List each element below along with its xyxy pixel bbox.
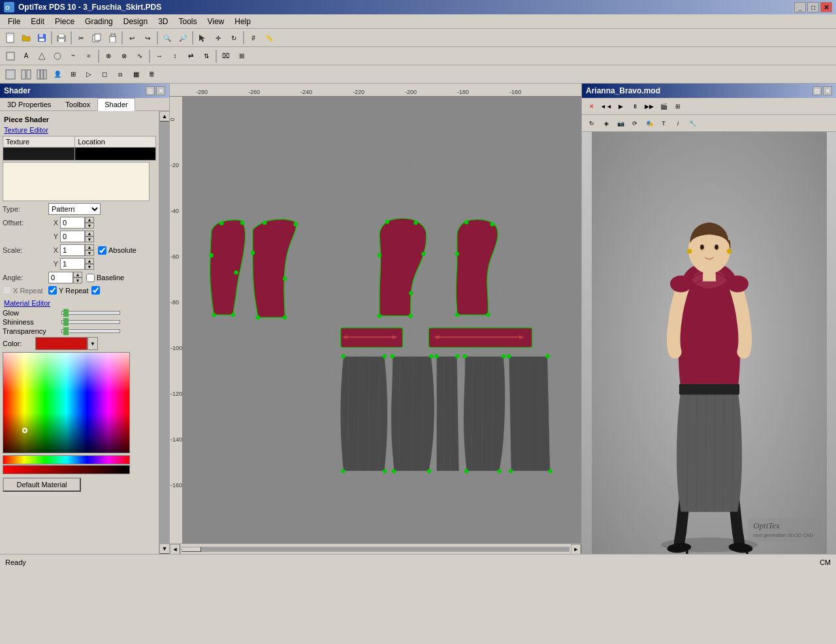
vscroll-down[interactable]: ▼ <box>159 543 169 554</box>
tab-3d-properties[interactable]: 3D Properties <box>0 98 58 110</box>
t2-btn14[interactable]: ⌧ <box>219 49 233 63</box>
menu-file[interactable]: File <box>3 16 25 27</box>
model-anim-btn[interactable]: 🎭 <box>643 117 656 130</box>
t3-btn1[interactable] <box>3 67 18 82</box>
hscroll-track[interactable] <box>182 547 570 552</box>
t3-btn8[interactable]: ⧈ <box>113 67 127 82</box>
model-rot-btn[interactable]: ↻ <box>585 117 598 130</box>
grid-btn[interactable]: # <box>246 31 261 45</box>
model-tools-btn[interactable]: 🔧 <box>686 117 699 130</box>
scale-x-up[interactable]: ▲ <box>85 244 94 250</box>
measure-btn[interactable]: 📏 <box>262 31 276 45</box>
t2-btn10[interactable]: ↔ <box>152 49 167 63</box>
t2-btn6[interactable]: ≈ <box>82 49 96 63</box>
y-repeat-extra-checkbox[interactable] <box>91 286 100 295</box>
black-strip[interactable] <box>3 465 130 474</box>
save-btn[interactable] <box>35 31 49 45</box>
scale-y-up[interactable]: ▲ <box>85 258 94 264</box>
angle-up[interactable]: ▲ <box>73 272 82 278</box>
hue-strip[interactable] <box>3 455 130 464</box>
model-play-btn[interactable]: ▶ <box>614 100 627 113</box>
undo-btn[interactable]: ↩ <box>125 31 139 45</box>
t3-btn10[interactable]: ≣ <box>144 67 159 82</box>
vscroll-track[interactable] <box>159 121 169 543</box>
scale-y-input[interactable] <box>60 258 85 270</box>
t2-btn11[interactable]: ↕ <box>168 49 182 63</box>
t2-btn1[interactable] <box>3 49 18 63</box>
material-editor-link[interactable]: Material Editor <box>3 298 156 308</box>
t3-btn7[interactable]: ◻ <box>97 67 112 82</box>
t3-btn9[interactable]: ▦ <box>129 67 143 82</box>
t3-btn2[interactable] <box>19 67 33 82</box>
t3-btn5[interactable]: ⊞ <box>66 67 80 82</box>
minimize-button[interactable]: _ <box>794 2 806 12</box>
t2-btn13[interactable]: ⇅ <box>199 49 214 63</box>
t2-btn5[interactable]: ~ <box>66 49 80 63</box>
t2-btn9[interactable]: ∿ <box>133 49 147 63</box>
t2-btn4[interactable] <box>50 49 65 63</box>
menu-design[interactable]: Design <box>118 16 153 27</box>
model-info-btn[interactable]: i <box>671 117 684 130</box>
model-frame-btn[interactable]: 🎬 <box>657 100 670 113</box>
panel-close-btn[interactable]: ✕ <box>156 86 165 95</box>
offset-x-down[interactable]: ▼ <box>85 223 94 229</box>
angle-down[interactable]: ▼ <box>73 278 82 283</box>
model-wire-btn[interactable]: ⊞ <box>671 100 684 113</box>
copy-btn[interactable] <box>89 31 104 45</box>
menu-help[interactable]: Help <box>229 16 256 27</box>
model-cam-btn[interactable]: 📷 <box>614 117 627 130</box>
menu-3d[interactable]: 3D <box>153 16 173 27</box>
glow-slider[interactable] <box>61 311 120 315</box>
absolute-checkbox[interactable] <box>98 246 106 255</box>
move-btn[interactable]: ✛ <box>211 31 225 45</box>
tab-toolbox[interactable]: Toolbox <box>58 98 97 110</box>
y-repeat-checkbox[interactable] <box>48 286 57 295</box>
scale-x-down[interactable]: ▼ <box>85 250 94 256</box>
offset-y-input[interactable] <box>60 231 85 242</box>
menu-grading[interactable]: Grading <box>80 16 118 27</box>
model-view-btn[interactable]: ◈ <box>600 117 613 130</box>
print-btn[interactable] <box>54 31 69 45</box>
redo-btn[interactable]: ↪ <box>140 31 155 45</box>
baseline-checkbox[interactable] <box>86 274 95 282</box>
model-rewind-btn[interactable]: ◄◄ <box>600 100 613 113</box>
offset-y-up[interactable]: ▲ <box>85 231 94 236</box>
t2-btn7[interactable]: ⊕ <box>101 49 116 63</box>
menu-tools[interactable]: Tools <box>173 16 202 27</box>
model-fast-btn[interactable]: ▶▶ <box>643 100 656 113</box>
type-select[interactable]: Pattern <box>48 203 101 215</box>
hscroll-right[interactable]: ► <box>571 544 581 555</box>
t2-btn15[interactable]: ⊞ <box>234 49 249 63</box>
cut-btn[interactable]: ✂ <box>74 31 88 45</box>
vscroll-up[interactable]: ▲ <box>159 111 169 121</box>
menu-view[interactable]: View <box>202 16 229 27</box>
t3-btn4[interactable]: 👤 <box>50 67 65 82</box>
hscroll-thumb[interactable] <box>182 547 201 552</box>
model-stop-btn[interactable]: ✕ <box>585 100 598 113</box>
t2-btn12[interactable]: ⇄ <box>184 49 198 63</box>
t3-btn6[interactable]: ▷ <box>82 67 96 82</box>
shininess-slider[interactable] <box>61 320 120 324</box>
tab-shader[interactable]: Shader <box>97 98 135 111</box>
t3-btn3[interactable] <box>35 67 49 82</box>
model-pause-btn[interactable]: ⏸ <box>628 100 641 113</box>
model-close-btn[interactable]: ✕ <box>823 86 832 95</box>
texture-editor-link[interactable]: Texture Editor <box>3 125 156 135</box>
scale-y-down[interactable]: ▼ <box>85 264 94 270</box>
angle-input[interactable] <box>48 272 73 283</box>
new-btn[interactable] <box>3 31 18 45</box>
scale-x-input[interactable] <box>60 244 85 256</box>
panel-float-btn[interactable]: ◫ <box>146 86 155 95</box>
zoom-in-btn[interactable]: 🔍 <box>160 31 174 45</box>
t2-btn3[interactable] <box>35 49 49 63</box>
select-btn[interactable] <box>195 31 210 45</box>
maximize-button[interactable]: □ <box>807 2 819 12</box>
model-float-btn[interactable]: ◫ <box>812 86 822 95</box>
open-btn[interactable] <box>19 31 33 45</box>
menu-edit[interactable]: Edit <box>25 16 50 27</box>
zoom-out-btn[interactable]: 🔎 <box>176 31 190 45</box>
t2-btn2[interactable]: A <box>19 49 33 63</box>
close-button[interactable]: ✕ <box>820 2 832 12</box>
transparency-slider[interactable] <box>61 329 120 333</box>
paste-btn[interactable] <box>105 31 120 45</box>
